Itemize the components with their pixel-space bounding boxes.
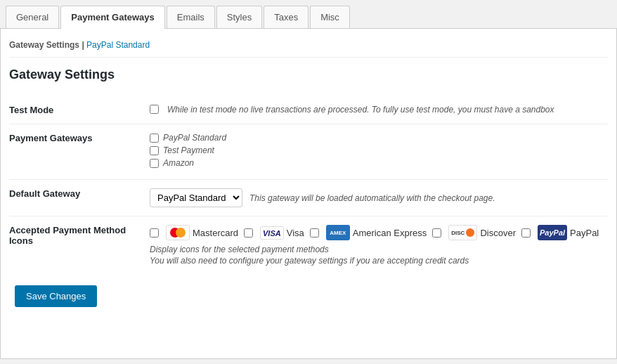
section-title: Gateway Settings bbox=[9, 67, 608, 82]
tab-bar: General Payment Gateways Emails Styles T… bbox=[0, 0, 617, 29]
mastercard-icon bbox=[166, 225, 190, 240]
gateway-checkbox-amazon[interactable] bbox=[150, 159, 159, 168]
amex-label: American Express bbox=[353, 228, 427, 238]
test-mode-row: Test Mode While in test mode no live tra… bbox=[9, 96, 608, 124]
gateway-option-paypal: PayPal Standard bbox=[150, 133, 601, 143]
default-gateway-controls: PayPal Standard Test Payment Amazon This… bbox=[150, 188, 601, 207]
test-mode-checkbox[interactable] bbox=[150, 105, 159, 114]
paypal-label: PayPal bbox=[570, 228, 599, 238]
default-gateway-label: Default Gateway bbox=[9, 180, 150, 216]
discover-icon: DISC bbox=[448, 225, 477, 240]
tab-styles[interactable]: Styles bbox=[216, 6, 262, 28]
amex-item: AMEX American Express bbox=[310, 225, 427, 240]
disc-circle bbox=[466, 228, 474, 237]
test-mode-value: While in test mode no live transactions … bbox=[150, 96, 608, 124]
mastercard-circles bbox=[170, 228, 186, 238]
paypal-item: PayPal PayPal bbox=[521, 225, 599, 240]
payment-gateways-row: Payment Gateways PayPal Standard Test Pa… bbox=[9, 124, 608, 180]
main-content: Gateway Settings | PayPal Standard Gatew… bbox=[0, 29, 617, 359]
tab-emails[interactable]: Emails bbox=[167, 6, 215, 28]
default-gateway-row: Default Gateway PayPal Standard Test Pay… bbox=[9, 180, 608, 216]
mastercard-checkbox[interactable] bbox=[150, 228, 159, 238]
visa-checkbox[interactable] bbox=[244, 228, 253, 238]
gateway-label-test: Test Payment bbox=[163, 145, 214, 155]
breadcrumb-link[interactable]: PayPal Standard bbox=[86, 40, 150, 50]
test-mode-label: Test Mode bbox=[9, 96, 150, 124]
mc-yellow-circle bbox=[176, 228, 186, 238]
tab-taxes[interactable]: Taxes bbox=[264, 6, 308, 28]
amex-checkbox[interactable] bbox=[310, 228, 319, 238]
tab-payment-gateways[interactable]: Payment Gateways bbox=[60, 6, 165, 29]
payment-gateways-label: Payment Gateways bbox=[9, 124, 150, 180]
default-gateway-value: PayPal Standard Test Payment Amazon This… bbox=[150, 180, 608, 216]
payment-gateways-value: PayPal Standard Test Payment Amazon bbox=[150, 124, 608, 180]
gateway-checkbox-test[interactable] bbox=[150, 146, 159, 155]
mastercard-label: Mastercard bbox=[193, 228, 238, 238]
mastercard-item: Mastercard bbox=[150, 225, 238, 240]
discover-checkbox[interactable] bbox=[432, 228, 441, 238]
gateway-label-paypal: PayPal Standard bbox=[163, 133, 226, 143]
amex-icon: AMEX bbox=[326, 225, 350, 240]
accepted-payment-label: Accepted Payment Method Icons bbox=[9, 216, 150, 275]
payment-note-2: You will also need to configure your gat… bbox=[150, 256, 601, 266]
visa-icon: VISA bbox=[260, 226, 284, 240]
visa-label: Visa bbox=[287, 228, 304, 238]
tab-misc[interactable]: Misc bbox=[310, 6, 350, 28]
accepted-payment-row: Accepted Payment Method Icons M bbox=[9, 216, 608, 275]
default-gateway-note: This gateway will be loaded automaticall… bbox=[249, 193, 495, 203]
gateway-option-test: Test Payment bbox=[150, 145, 601, 155]
default-gateway-select[interactable]: PayPal Standard Test Payment Amazon bbox=[150, 188, 242, 207]
gateway-option-amazon: Amazon bbox=[150, 158, 601, 168]
save-button[interactable]: Save Changes bbox=[15, 285, 97, 307]
gateway-label-amazon: Amazon bbox=[163, 158, 194, 168]
breadcrumb-current: Gateway Settings bbox=[9, 40, 79, 50]
paypal-checkbox[interactable] bbox=[521, 228, 531, 238]
test-mode-note: While in test mode no live transactions … bbox=[167, 105, 554, 115]
settings-table: Test Mode While in test mode no live tra… bbox=[9, 96, 608, 274]
discover-item: DISC Discover bbox=[432, 225, 516, 240]
breadcrumb: Gateway Settings | PayPal Standard bbox=[9, 36, 608, 58]
tab-general[interactable]: General bbox=[6, 6, 59, 28]
gateway-checkbox-paypal[interactable] bbox=[150, 134, 159, 143]
paypal-icon: PayPal bbox=[538, 225, 567, 240]
accepted-payment-value: Mastercard VISA Visa AMEX bbox=[150, 216, 608, 275]
visa-item: VISA Visa bbox=[244, 226, 304, 240]
payment-icons-row: Mastercard VISA Visa AMEX bbox=[150, 225, 601, 240]
payment-note-1: Display icons for the selected payment m… bbox=[150, 245, 601, 254]
discover-label: Discover bbox=[480, 228, 516, 238]
